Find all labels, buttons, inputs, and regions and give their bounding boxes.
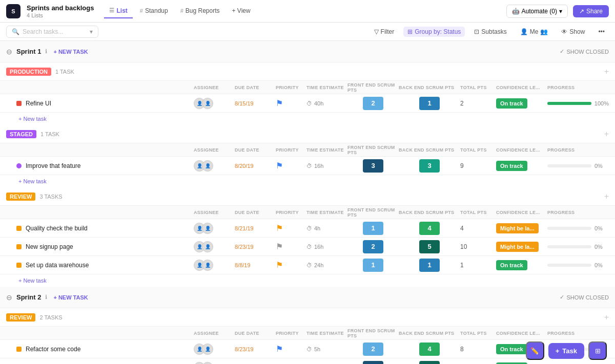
main-content: ⊖ Sprint 1 ℹ + NEW TASK ✓ SHOW CLOSED PR… [0, 41, 615, 364]
group-staged-add-icon[interactable]: + [604, 130, 609, 139]
topbar-right: 🤖 Automate (0) ▾ ↗ Share [506, 5, 609, 18]
back-end-pts: 1 [399, 259, 460, 272]
back-end-pts-badge: 4 [419, 342, 440, 356]
col-headers-staged: ASSIGNEE DUE DATE PRIORITY TIME ESTIMATE… [0, 143, 615, 157]
toolbar: 🔍 Search tasks... ▾ ▽ Filter ⊞ Group by:… [0, 23, 615, 41]
table-row[interactable]: Improve that feature 👤 👤 8/20/19 ⚑ ⏱ 16h… [0, 157, 615, 175]
priority-cell: ⚑ [276, 344, 306, 354]
tab-bug-reports[interactable]: # Bug Reports [175, 4, 225, 18]
task-color-indicator [16, 101, 22, 106]
priority-cell: ⚑ [276, 161, 306, 170]
group-review-count: 3 TASKS [39, 194, 62, 200]
priority-flag-icon: ⚑ [276, 344, 283, 354]
total-pts: 10 [460, 243, 496, 250]
time-estimate: ⏱ 24h [306, 262, 347, 268]
group-icon-2: 👥 [540, 28, 548, 35]
table-row[interactable]: New signup page 👤 👤 8/23/19 ⚑ ⏱ 16h 2 [0, 238, 615, 256]
group-production-count: 1 TASK [55, 69, 74, 75]
grid-button[interactable]: ⊞ [588, 341, 607, 360]
automate-button[interactable]: 🤖 Automate (0) ▾ [506, 5, 568, 18]
task-color-indicator [16, 263, 22, 268]
group-by-button[interactable]: ⊞ Group by: Status [403, 27, 465, 37]
front-end-pts: 1 [347, 222, 399, 235]
back-end-pts: 4 [399, 222, 460, 235]
clock-icon: ⏱ [306, 346, 312, 352]
task-name-cell: Set up data warehouse [16, 262, 194, 269]
task-assignee: 👤 👤 [194, 98, 235, 109]
progress-pct: 100% [594, 100, 609, 106]
table-row[interactable]: Refine UI 👤 👤 8/15/19 ⚑ ⏱ 40h 2 [0, 94, 615, 113]
sprint-1-show-closed[interactable]: ✓ SHOW CLOSED [560, 48, 609, 55]
group-staged-label: STAGED [6, 130, 36, 138]
due-date: 8/23/19 [235, 346, 276, 352]
task-name: New signup page [26, 243, 73, 250]
clock-icon: ⏱ [306, 163, 312, 169]
bottom-bar: ✏️ + Task ⊞ [518, 337, 615, 364]
table-row[interactable]: Set up data warehouse 👤 👤 8/8/19 ⚑ ⏱ 24h… [0, 256, 615, 274]
table-row[interactable]: Quality check the build 👤 👤 8/21/19 ⚑ ⏱ … [0, 219, 615, 238]
new-task-production[interactable]: + New task [0, 113, 615, 125]
back-end-pts: 3 [399, 159, 460, 173]
task-name: Refine UI [26, 100, 51, 107]
total-pts: 4 [460, 225, 496, 232]
front-end-pts: 1 [347, 259, 399, 272]
avatar-secondary: 👤 [202, 223, 213, 234]
edit-button[interactable]: ✏️ [526, 341, 544, 360]
avatar-secondary: 👤 [202, 160, 213, 172]
more-button[interactable]: ••• [594, 27, 609, 37]
priority-flag-icon: ⚑ [276, 242, 283, 251]
task-name-cell: Quality check the build [16, 225, 194, 232]
filter-button[interactable]: ▽ Filter [370, 27, 399, 37]
search-box[interactable]: 🔍 Search tasks... ▾ [6, 26, 98, 38]
sprint-2-show-closed[interactable]: ✓ SHOW CLOSED [560, 294, 609, 301]
new-task-review[interactable]: + New task [0, 274, 615, 287]
new-task-staged[interactable]: + New task [0, 175, 615, 187]
total-pts: 2 [460, 100, 496, 107]
front-end-pts-badge: 3 [363, 159, 383, 173]
group-production-add-icon[interactable]: + [604, 67, 609, 76]
group-review-label: REVIEW [6, 192, 35, 201]
total-pts: 9 [460, 162, 496, 169]
priority-cell: ⚑ [276, 223, 306, 233]
subtasks-button[interactable]: ⊡ Subtasks [470, 27, 510, 37]
share-button[interactable]: ↗ Share [573, 5, 609, 17]
priority-flag-icon: ⚑ [276, 161, 283, 170]
sprint-1-new-task[interactable]: + NEW TASK [53, 49, 88, 55]
front-end-pts-badge: 1 [363, 222, 383, 235]
subtasks-icon: ⊡ [474, 28, 479, 35]
confidence-badge: Might be la... [496, 242, 539, 252]
confidence-cell: On track [496, 100, 547, 107]
task-name-cell: Improve that feature [16, 162, 194, 169]
tab-view[interactable]: + View [227, 4, 256, 18]
group-production-header: PRODUCTION 1 TASK + [0, 62, 615, 81]
new-task-button[interactable]: + Task [548, 343, 584, 359]
me-button[interactable]: 👤 Me 👥 [516, 27, 552, 37]
list-icon: ☰ [109, 7, 114, 14]
confidence-cell: On track [496, 162, 547, 169]
sprint-1-collapse-icon[interactable]: ⊖ [6, 48, 12, 56]
front-end-pts-badge: 2 [363, 240, 383, 253]
sprint-2-new-task[interactable]: + NEW TASK [53, 294, 88, 301]
checkmark-icon: ✓ [560, 294, 564, 301]
front-end-pts-badge: 1 [363, 259, 383, 272]
task-name-cell: Refactor some code [16, 346, 194, 353]
group-review-add-icon[interactable]: + [604, 192, 609, 201]
confidence-badge: On track [496, 161, 527, 171]
app-title: Sprints and backlogs [27, 4, 94, 12]
topbar-nav: ☰ List # Standup # Bug Reports + View [104, 4, 255, 18]
task-assignee: 👤 👤 [194, 362, 235, 365]
group-review2-add-icon[interactable]: + [604, 313, 609, 322]
tab-list[interactable]: ☰ List [104, 4, 132, 18]
group-staged: STAGED 1 TASK + ASSIGNEE DUE DATE PRIORI… [0, 125, 615, 187]
progress-cell: 100% [547, 100, 609, 106]
back-end-pts: 4 [399, 342, 460, 356]
front-end-pts: 3 [347, 159, 399, 173]
group-production-label: PRODUCTION [6, 68, 51, 76]
back-end-pts-badge: 4 [419, 222, 440, 235]
front-end-pts-badge: 2 [363, 97, 383, 110]
tab-standup[interactable]: # Standup [135, 4, 173, 18]
bug-icon: # [180, 8, 183, 14]
sprint-2-collapse-icon[interactable]: ⊖ [6, 293, 12, 302]
show-button[interactable]: 👁 Show [557, 27, 589, 37]
back-end-pts: 5 [399, 361, 460, 365]
